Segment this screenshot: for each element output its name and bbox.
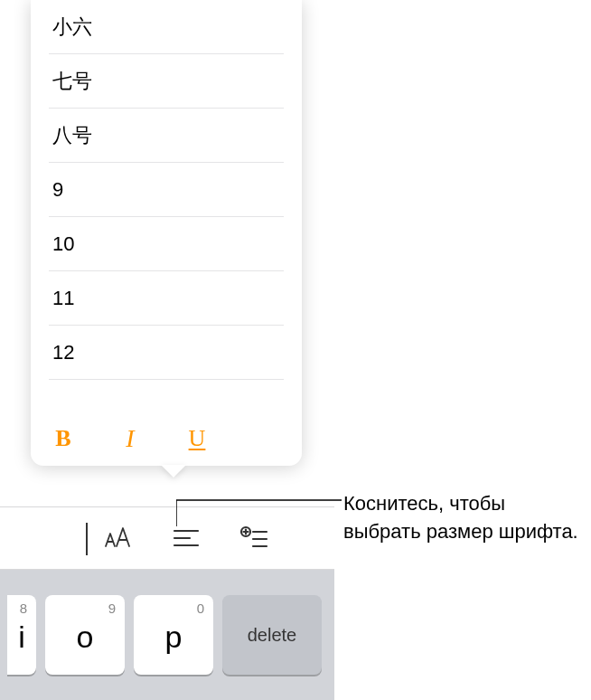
key-i[interactable]: 8 i xyxy=(7,595,36,675)
font-size-option[interactable]: 八号 xyxy=(49,109,284,163)
key-hint: 9 xyxy=(108,601,116,616)
font-size-option[interactable]: 9 xyxy=(49,163,284,217)
underline-button[interactable]: U xyxy=(183,425,211,452)
key-o[interactable]: 9 o xyxy=(45,595,125,675)
key-delete[interactable]: delete xyxy=(222,595,322,675)
font-size-option[interactable]: 小六 xyxy=(49,0,284,54)
list-plus-icon xyxy=(239,522,271,554)
key-p[interactable]: 0 p xyxy=(134,595,213,675)
key-label: delete xyxy=(248,625,297,646)
key-letter: i xyxy=(18,620,25,655)
font-size-button[interactable] xyxy=(98,518,137,558)
bold-button[interactable]: B xyxy=(49,425,78,452)
font-size-option[interactable]: 七号 xyxy=(49,54,284,109)
text-cursor xyxy=(86,523,88,555)
font-size-option[interactable]: 11 xyxy=(49,271,284,326)
format-bar: B I U xyxy=(31,411,302,466)
key-hint: 0 xyxy=(197,601,204,616)
font-size-list: 小六 七号 八号 9 10 11 12 xyxy=(31,0,302,411)
keyboard: 8 i 9 o 0 p delete xyxy=(0,570,334,700)
font-size-icon xyxy=(101,522,134,554)
callout-text: Коснитесь, чтобы выбрать размер шрифта. xyxy=(343,490,578,546)
font-size-option[interactable]: 10 xyxy=(49,217,284,271)
align-button[interactable] xyxy=(166,518,206,558)
key-letter: p xyxy=(165,620,183,655)
font-size-popover: 小六 七号 八号 9 10 11 12 B I U xyxy=(31,0,302,466)
key-letter: o xyxy=(77,620,94,655)
font-size-option[interactable]: 12 xyxy=(49,326,284,380)
key-hint: 8 xyxy=(20,601,27,616)
align-icon xyxy=(170,522,202,554)
italic-button[interactable]: I xyxy=(116,424,145,453)
editor-toolbar xyxy=(0,506,334,570)
list-insert-button[interactable] xyxy=(235,518,275,558)
